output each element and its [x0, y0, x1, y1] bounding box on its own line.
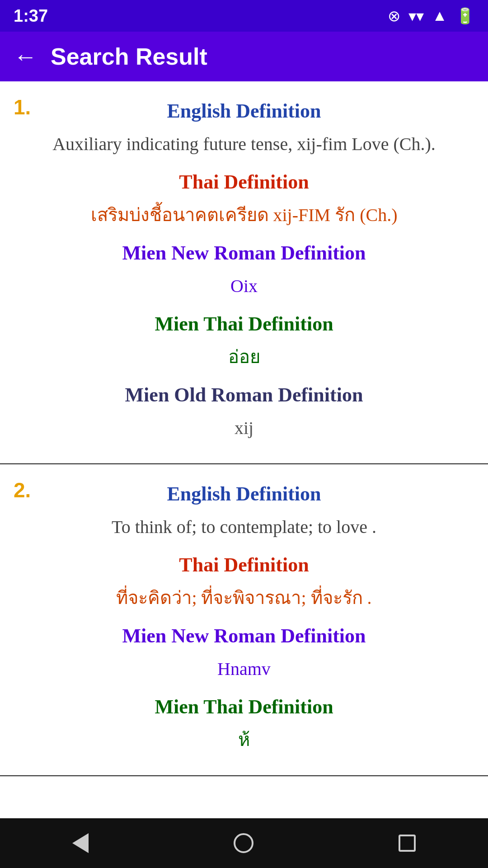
mien-new-definition-title-2: Mien New Roman Definition [18, 624, 470, 647]
status-bar: 1:37 ⊗ ▾▾ ▲ 🔋 [0, 0, 488, 32]
section-thai-2: Thai Definition ที่จะคิดว่า; ที่จะพิจารณ… [18, 553, 470, 612]
mien-old-definition-content-1: xij [18, 415, 470, 442]
back-icon [72, 833, 89, 853]
app-bar: ← Search Result [0, 32, 488, 81]
page-title: Search Result [51, 43, 207, 70]
result-item-2: 2. English Definition To think of; to co… [0, 464, 488, 776]
section-thai-1: Thai Definition เสริมบ่งชี้อนาคตเครียด x… [18, 170, 470, 229]
english-definition-title-2: English Definition [18, 482, 470, 505]
mien-thai-definition-content-1: อ่อย [18, 344, 470, 371]
mien-new-definition-content-1: Oix [18, 273, 470, 300]
battery-icon: 🔋 [455, 7, 474, 25]
home-icon [234, 833, 253, 853]
section-mien-old-1: Mien Old Roman Definition xij [18, 383, 470, 442]
status-time: 1:37 [14, 6, 48, 26]
notification-icon: ⊗ [388, 7, 400, 25]
thai-definition-title-2: Thai Definition [18, 553, 470, 576]
mien-new-definition-content-2: Hnamv [18, 656, 470, 683]
result-number-1: 1. [14, 95, 31, 119]
section-english-2: English Definition To think of; to conte… [18, 482, 470, 541]
back-button[interactable]: ← [14, 43, 37, 70]
wifi-icon: ▾▾ [408, 7, 424, 25]
section-mien-new-1: Mien New Roman Definition Oix [18, 241, 470, 300]
mien-thai-definition-title-1: Mien Thai Definition [18, 312, 470, 335]
mien-thai-definition-content-2: ห้ [18, 726, 470, 754]
section-english-1: English Definition Auxiliary indicating … [18, 99, 470, 158]
content-area: 1. English Definition Auxiliary indicati… [0, 81, 488, 818]
thai-definition-title-1: Thai Definition [18, 170, 470, 193]
thai-definition-content-1: เสริมบ่งชี้อนาคตเครียด xij-FIM รัก (Ch.) [18, 202, 470, 229]
nav-back-button[interactable] [72, 833, 89, 853]
section-mien-thai-1: Mien Thai Definition อ่อย [18, 312, 470, 371]
english-definition-content-1: Auxiliary indicating future tense, xij-f… [18, 131, 470, 158]
english-definition-content-2: To think of; to contemplate; to love . [18, 514, 470, 541]
thai-definition-content-2: ที่จะคิดว่า; ที่จะพิจารณา; ที่จะรัก . [18, 585, 470, 612]
section-mien-new-2: Mien New Roman Definition Hnamv [18, 624, 470, 683]
mien-new-definition-title-1: Mien New Roman Definition [18, 241, 470, 264]
result-item-1: 1. English Definition Auxiliary indicati… [0, 81, 488, 464]
status-icons: ⊗ ▾▾ ▲ 🔋 [388, 7, 474, 25]
recent-icon [399, 835, 416, 852]
mien-old-definition-title-1: Mien Old Roman Definition [18, 383, 470, 406]
nav-recent-button[interactable] [399, 835, 416, 852]
english-definition-title-1: English Definition [18, 99, 470, 123]
bottom-nav [0, 818, 488, 868]
nav-home-button[interactable] [234, 833, 253, 853]
result-number-2: 2. [14, 478, 31, 502]
mien-thai-definition-title-2: Mien Thai Definition [18, 695, 470, 718]
signal-icon: ▲ [432, 7, 447, 24]
section-mien-thai-2: Mien Thai Definition ห้ [18, 695, 470, 754]
